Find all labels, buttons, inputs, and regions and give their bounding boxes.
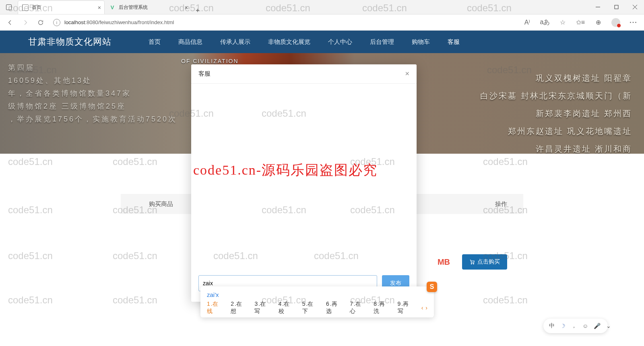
- nav-profile[interactable]: 个人中心: [319, 31, 361, 53]
- nav-cart[interactable]: 购物车: [403, 31, 439, 53]
- ime-cand[interactable]: 3.在写: [254, 301, 271, 315]
- site-info-icon[interactable]: i: [53, 19, 60, 26]
- forward-button[interactable]: [19, 16, 31, 29]
- translate-icon[interactable]: aあ: [539, 16, 551, 29]
- collections-icon[interactable]: ⊕: [592, 16, 605, 29]
- url-field[interactable]: i localhost:8080/feiwuzhiwenhua/front/in…: [50, 19, 518, 26]
- tab-title: 首页: [32, 4, 41, 11]
- ime-cand[interactable]: 6.再选: [326, 301, 343, 315]
- ime-cand[interactable]: 7.在心: [350, 301, 366, 315]
- close-icon[interactable]: ×: [185, 4, 188, 11]
- tabs-overview-icon[interactable]: [6, 4, 12, 10]
- menu-button[interactable]: ···: [627, 16, 640, 29]
- mic-icon[interactable]: 🎤: [594, 323, 601, 329]
- ime-panel: S zai'x 1.在线 2.在想 3.在写 4.在校 5.在下 6.再选 7.…: [200, 286, 434, 317]
- ime-cand[interactable]: 2.在想: [231, 301, 247, 315]
- nav-products[interactable]: 商品信息: [169, 31, 211, 53]
- nav-inheritors[interactable]: 传承人展示: [211, 31, 259, 53]
- tab-active[interactable]: 首页 ×: [18, 0, 105, 14]
- vue-icon: V: [109, 4, 116, 11]
- ime-cand[interactable]: 5.在下: [302, 301, 319, 315]
- buy-button[interactable]: 点击购买: [462, 254, 507, 270]
- hero-subtitle: OF CIVILIZATION: [181, 58, 239, 64]
- support-dialog: 客服 × 发布: [191, 64, 417, 302]
- dialog-body[interactable]: [191, 84, 417, 269]
- favorites-bar-icon[interactable]: ✩≡: [574, 16, 587, 29]
- ime-mode[interactable]: 中: [549, 322, 555, 330]
- refresh-button[interactable]: [35, 16, 47, 29]
- price-suffix: MB: [438, 257, 450, 267]
- ime-cand[interactable]: 4.在校: [279, 301, 295, 315]
- browser-tabs: 首页 × V 后台管理系统 × +: [18, 0, 204, 14]
- nav-support[interactable]: 客服: [439, 31, 469, 53]
- cart-icon: [469, 259, 475, 265]
- ime-punct[interactable]: ，: [571, 322, 577, 330]
- ime-toolbar[interactable]: 中 ☽ ， ☺ 🎤 ⌄: [543, 319, 608, 333]
- url-path: /feiwuzhiwenhua/front/index.html: [98, 19, 174, 25]
- ime-next-icon[interactable]: ›: [425, 305, 427, 311]
- moon-icon[interactable]: ☽: [560, 323, 566, 329]
- read-aloud-icon[interactable]: A⁾: [521, 16, 534, 29]
- url-port: :8080: [85, 19, 98, 25]
- ime-cand[interactable]: 8.再洗: [374, 301, 390, 315]
- site-nav: 首页 商品信息 传承人展示 非物质文化展览 个人中心 后台管理 购物车 客服: [140, 31, 469, 53]
- th-product: 购买商品: [121, 200, 201, 208]
- hero-text-left: 第四届 16059处、其他13处 年，全省各类博物馆数量347家 级博物馆2座 …: [8, 61, 177, 126]
- close-window-button[interactable]: [625, 0, 644, 14]
- minimize-button[interactable]: [588, 0, 607, 14]
- ime-prev-icon[interactable]: ‹: [421, 305, 423, 311]
- nav-admin[interactable]: 后台管理: [361, 31, 403, 53]
- browser-titlebar: 首页 × V 后台管理系统 × +: [0, 0, 644, 14]
- svg-rect-0: [615, 5, 618, 9]
- buy-button-label: 点击购买: [477, 258, 500, 266]
- favorites-icon[interactable]: ☆: [556, 16, 569, 29]
- nav-home[interactable]: 首页: [140, 31, 169, 53]
- close-icon[interactable]: ×: [98, 4, 101, 11]
- ime-candidates: 1.在线 2.在想 3.在写 4.在校 5.在下 6.再选 7.在心 8.再洗 …: [207, 301, 427, 315]
- chevron-down-icon[interactable]: ⌄: [606, 323, 611, 329]
- sogou-icon: S: [427, 282, 437, 292]
- url-host: localhost: [64, 19, 85, 25]
- dialog-title: 客服: [198, 70, 211, 78]
- tab-title: 后台管理系统: [119, 4, 148, 11]
- dialog-close-button[interactable]: ×: [405, 70, 409, 78]
- svg-point-1: [471, 264, 472, 264]
- ime-compose: zai'x: [207, 290, 427, 301]
- emoji-icon[interactable]: ☺: [582, 323, 588, 329]
- address-bar: i localhost:8080/feiwuzhiwenhua/front/in…: [0, 14, 644, 31]
- nav-exhibitions[interactable]: 非物质文化展览: [259, 31, 319, 53]
- back-button[interactable]: [4, 16, 16, 29]
- svg-point-2: [473, 264, 474, 264]
- hero-text-right: 巩义双槐树遗址 阳翟章 白沙宋墓 封林北宋东京城顺天门（新 新郑裴李岗遗址 郑州…: [480, 69, 632, 154]
- maximize-button[interactable]: [607, 0, 625, 14]
- new-tab-button[interactable]: +: [192, 7, 204, 14]
- ime-cand[interactable]: 9.再写: [398, 301, 414, 315]
- site-header: 甘肃非物质文化网站 首页 商品信息 传承人展示 非物质文化展览 个人中心 后台管…: [0, 31, 644, 53]
- page-icon: [22, 4, 29, 11]
- profile-avatar[interactable]: [609, 16, 622, 29]
- tab-inactive[interactable]: V 后台管理系统 ×: [105, 0, 192, 14]
- site-title: 甘肃非物质文化网站: [28, 36, 111, 48]
- ime-cand[interactable]: 1.在线: [207, 301, 223, 315]
